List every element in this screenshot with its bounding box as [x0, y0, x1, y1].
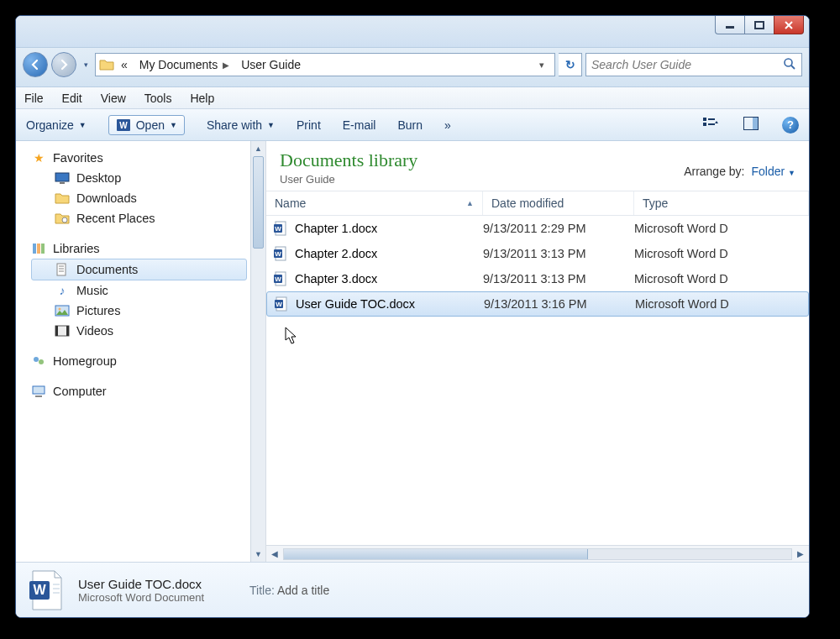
- chevron-down-icon: ▼: [79, 121, 87, 129]
- nav-music[interactable]: ♪Music: [31, 280, 265, 301]
- list-view-icon: [702, 117, 719, 130]
- open-button[interactable]: W Open▼: [108, 115, 185, 135]
- breadcrumb-prefix[interactable]: «: [116, 56, 133, 73]
- svg-point-14: [62, 217, 67, 223]
- scroll-down-icon[interactable]: ▼: [251, 547, 265, 562]
- menu-tools[interactable]: Tools: [144, 92, 172, 105]
- arrange-label: Arrange by:: [684, 165, 744, 178]
- library-subtitle: User Guide: [280, 173, 417, 186]
- file-type: Microsoft Word D: [635, 297, 808, 311]
- file-row[interactable]: WChapter 1.docx9/13/2011 2:29 PMMicrosof…: [266, 216, 809, 241]
- nav-documents[interactable]: Documents: [31, 259, 247, 280]
- svg-point-2: [785, 59, 792, 66]
- word-icon: W: [266, 246, 295, 261]
- scroll-thumb[interactable]: [253, 156, 264, 249]
- print-button[interactable]: Print: [297, 118, 321, 132]
- breadcrumb-userguide[interactable]: User Guide: [236, 56, 306, 73]
- col-type[interactable]: Type: [634, 191, 809, 215]
- nav-downloads[interactable]: Downloads: [31, 188, 265, 208]
- details-title-label: Title:: [249, 584, 275, 597]
- svg-rect-16: [37, 244, 40, 254]
- details-title-field[interactable]: Title: Add a title: [249, 584, 329, 597]
- search-icon: [783, 57, 796, 73]
- file-date: 9/13/2011 3:13 PM: [483, 247, 634, 260]
- pictures-icon: [55, 303, 70, 318]
- menu-help[interactable]: Help: [190, 92, 214, 105]
- col-label: Name: [275, 196, 306, 210]
- maximize-button[interactable]: [744, 16, 774, 34]
- favorites-label: Favorites: [53, 151, 103, 165]
- address-dropdown[interactable]: ▾: [533, 60, 551, 71]
- svg-rect-6: [703, 118, 706, 121]
- svg-rect-1: [755, 22, 764, 29]
- svg-rect-29: [33, 386, 45, 394]
- close-button[interactable]: [774, 16, 804, 34]
- arrange-value: Folder: [752, 165, 785, 178]
- svg-rect-0: [726, 26, 734, 29]
- search-input[interactable]: Search User Guide: [585, 53, 802, 76]
- navigation-bar: ▾ « My Documents▶ User Guide ▾ ↻ Search …: [16, 48, 809, 87]
- titlebar[interactable]: [16, 16, 809, 48]
- svg-line-3: [791, 65, 795, 69]
- preview-pane-button[interactable]: [742, 117, 760, 133]
- nav-desktop[interactable]: Desktop: [31, 168, 265, 188]
- email-label: E-mail: [343, 118, 376, 132]
- nav-videos[interactable]: Videos: [31, 321, 265, 341]
- scroll-up-icon[interactable]: ▲: [251, 141, 265, 156]
- view-mode-button[interactable]: [701, 117, 720, 133]
- svg-rect-9: [708, 123, 715, 125]
- column-headers: Name▲ Date modified Type: [266, 191, 809, 216]
- forward-arrow-icon: [58, 59, 70, 71]
- breadcrumb-mydocs[interactable]: My Documents▶: [134, 56, 234, 73]
- file-row[interactable]: WChapter 2.docx9/13/2011 3:13 PMMicrosof…: [266, 241, 809, 266]
- svg-point-27: [34, 357, 39, 362]
- explorer-window: ▾ « My Documents▶ User Guide ▾ ↻ Search …: [15, 15, 810, 618]
- homegroup[interactable]: Homegroup: [31, 351, 265, 371]
- svg-text:W: W: [275, 275, 281, 283]
- history-dropdown[interactable]: ▾: [80, 60, 92, 69]
- back-button[interactable]: [23, 52, 48, 77]
- breadcrumb-label: My Documents: [139, 58, 218, 71]
- homegroup-icon: [31, 354, 46, 369]
- organize-button[interactable]: Organize▼: [26, 118, 87, 132]
- scroll-right-icon[interactable]: ▶: [792, 549, 809, 558]
- email-button[interactable]: E-mail: [343, 118, 376, 132]
- share-button[interactable]: Share with▼: [207, 118, 275, 132]
- desktop-icon: [55, 170, 70, 186]
- menu-edit[interactable]: Edit: [62, 92, 82, 105]
- svg-rect-11: [753, 118, 758, 129]
- forward-button[interactable]: [51, 52, 76, 77]
- svg-rect-12: [55, 173, 69, 181]
- file-row[interactable]: WUser Guide TOC.docx9/13/2011 3:16 PMMic…: [266, 291, 809, 317]
- organize-label: Organize: [26, 118, 74, 132]
- scroll-track[interactable]: [283, 548, 792, 560]
- arrange-by[interactable]: Arrange by: Folder ▼: [684, 149, 795, 178]
- overflow-button[interactable]: »: [444, 118, 451, 132]
- col-date[interactable]: Date modified: [483, 191, 634, 215]
- chevron-down-icon: ▼: [788, 169, 795, 177]
- menu-file[interactable]: File: [24, 92, 44, 105]
- share-label: Share with: [207, 118, 262, 132]
- file-row[interactable]: WChapter 3.docx9/13/2011 3:13 PMMicrosof…: [266, 266, 809, 291]
- refresh-button[interactable]: ↻: [559, 53, 582, 76]
- help-button[interactable]: ?: [782, 117, 799, 134]
- mouse-cursor-icon: [285, 327, 300, 349]
- svg-text:W: W: [33, 583, 46, 597]
- nav-pictures[interactable]: Pictures: [31, 301, 265, 321]
- minimize-icon: [725, 21, 735, 29]
- favorites-group[interactable]: ★Favorites: [31, 148, 265, 168]
- svg-rect-26: [66, 326, 69, 336]
- scroll-left-icon[interactable]: ◀: [266, 549, 283, 558]
- minimize-button[interactable]: [715, 16, 745, 34]
- col-name[interactable]: Name▲: [266, 191, 483, 215]
- videos-icon: [55, 323, 70, 338]
- burn-button[interactable]: Burn: [397, 118, 423, 132]
- nav-recent[interactable]: Recent Places: [31, 208, 265, 228]
- horizontal-scrollbar[interactable]: ◀ ▶: [266, 545, 809, 562]
- libraries-group[interactable]: Libraries: [31, 238, 265, 259]
- computer[interactable]: Computer: [31, 381, 265, 401]
- navpane-scrollbar[interactable]: ▲ ▼: [250, 141, 265, 562]
- menu-view[interactable]: View: [101, 92, 126, 105]
- address-bar[interactable]: « My Documents▶ User Guide ▾: [95, 53, 555, 76]
- scroll-thumb[interactable]: [284, 549, 588, 559]
